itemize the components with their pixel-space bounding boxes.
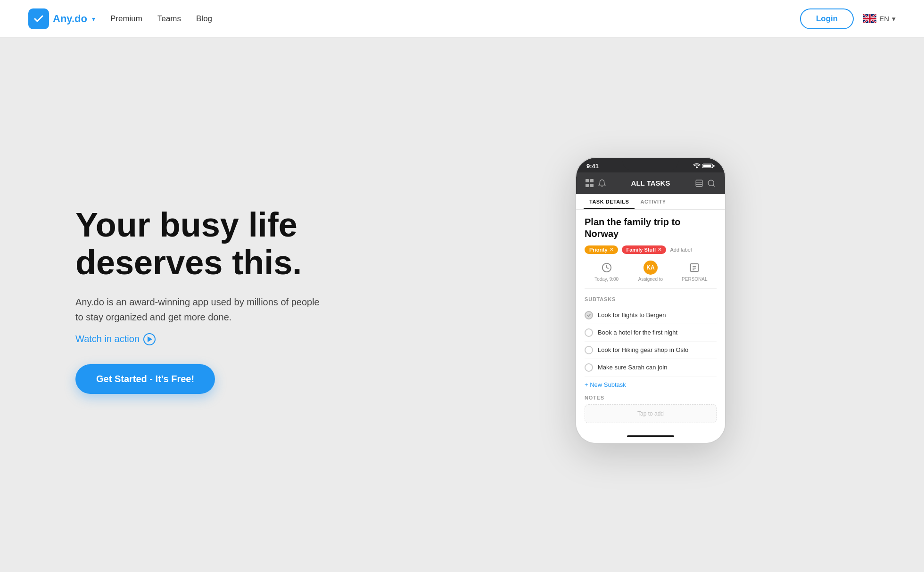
add-label-button[interactable]: Add label [670, 247, 692, 253]
phone-toolbar-title: ALL TASKS [608, 179, 693, 187]
svg-line-12 [713, 185, 714, 186]
notes-heading: NOTES [585, 395, 717, 400]
svg-rect-4 [586, 179, 589, 182]
subtask-item-3: Look for Hiking gear shop in Oslo [585, 342, 717, 359]
phone-tabs: TASK DETAILS ACTIVITY [576, 194, 725, 210]
tab-activity[interactable]: ACTIVITY [635, 194, 671, 209]
meta-list: PERSONAL [673, 261, 717, 282]
subtask-item-1: Look for flights to Bergen [585, 307, 717, 324]
watch-label: Watch in action [75, 334, 140, 344]
logo-icon [28, 8, 49, 29]
hero-title-line1: Your busy life [75, 206, 297, 244]
hero-section: Your busy life deserves this. Any.do is … [0, 38, 924, 572]
hero-phone-mockup: 9:41 ALL TASKS [434, 157, 867, 444]
notes-input[interactable]: Tap to add [585, 404, 717, 423]
subtask-check-2[interactable] [585, 328, 593, 337]
subtask-text-3: Look for Hiking gear shop in Oslo [598, 346, 688, 353]
lang-code: EN [879, 15, 889, 23]
subtask-check-1[interactable] [585, 311, 593, 319]
hero-subtitle: Any.do is an award-winning app used by m… [75, 294, 321, 325]
status-icons [693, 163, 715, 169]
subtask-text-2: Book a hotel for the first night [598, 329, 677, 336]
svg-rect-6 [586, 184, 589, 187]
lang-caret-icon: ▾ [892, 15, 896, 23]
meta-clock-icon [600, 261, 614, 275]
toolbar-search-icon [705, 177, 718, 189]
nav-link-teams[interactable]: Teams [157, 14, 181, 24]
task-meta: Today, 9:00 KA Assigned to PERSONAL [585, 261, 717, 289]
play-circle-icon [143, 333, 156, 345]
new-subtask-button[interactable]: + New Subtask [585, 381, 717, 388]
navbar-right: Login EN ▾ [800, 8, 896, 29]
hero-title-line2: deserves this. [75, 244, 302, 281]
tags-row: Priority ✕ Family Stuff ✕ Add label [585, 245, 717, 254]
svg-rect-7 [590, 184, 594, 187]
phone-frame: 9:41 ALL TASKS [575, 157, 726, 444]
toolbar-bell-icon [596, 177, 608, 189]
subtask-item-2: Book a hotel for the first night [585, 324, 717, 342]
phone-body: Plan the family trip to Norway Priority … [576, 210, 725, 430]
nav-link-blog[interactable]: Blog [196, 14, 212, 24]
meta-assigned: KA Assigned to [628, 261, 672, 282]
meta-list-icon [687, 261, 701, 275]
play-triangle-icon [148, 336, 152, 342]
hero-content: Your busy life deserves this. Any.do is … [75, 206, 396, 393]
status-time: 9:41 [586, 163, 599, 170]
hero-title: Your busy life deserves this. [75, 206, 396, 281]
logo[interactable]: Any.do ▾ [28, 8, 95, 29]
task-title: Plan the family trip to Norway [585, 216, 717, 240]
tag-priority[interactable]: Priority ✕ [585, 245, 618, 254]
subtask-item-4: Make sure Sarah can join [585, 359, 717, 376]
toolbar-layout-icon [693, 177, 705, 189]
nav-link-premium[interactable]: Premium [110, 14, 142, 24]
subtask-check-3[interactable] [585, 346, 593, 354]
phone-notch [622, 158, 679, 170]
toolbar-grid-icon [584, 177, 596, 189]
phone-content: TASK DETAILS ACTIVITY Plan the family tr… [576, 194, 725, 430]
language-selector[interactable]: EN ▾ [863, 14, 896, 23]
watch-in-action-link[interactable]: Watch in action [75, 333, 156, 345]
logo-dropdown-icon[interactable]: ▾ [92, 15, 95, 23]
meta-date-label: Today, 9:00 [594, 277, 619, 282]
svg-rect-5 [590, 179, 594, 182]
home-bar-indicator [627, 435, 674, 437]
navbar: Any.do ▾ Premium Teams Blog Login EN ▾ [0, 0, 924, 38]
svg-rect-8 [696, 180, 702, 187]
uk-flag-icon [863, 14, 876, 23]
svg-rect-3 [713, 165, 715, 167]
tag-family-stuff[interactable]: Family Stuff ✕ [622, 245, 667, 254]
phone-home-bar [576, 430, 725, 443]
phone-toolbar: ALL TASKS [576, 172, 725, 194]
tag-family-label: Family Stuff [627, 247, 656, 253]
meta-date: Today, 9:00 [585, 261, 628, 282]
meta-assigned-label: Assigned to [638, 277, 663, 282]
logo-text: Any.do [53, 13, 87, 25]
subtask-text-1: Look for flights to Bergen [598, 311, 666, 319]
subtask-check-4[interactable] [585, 363, 593, 372]
tag-priority-close-icon[interactable]: ✕ [610, 247, 613, 252]
subtask-text-4: Make sure Sarah can join [598, 364, 667, 371]
tab-task-details[interactable]: TASK DETAILS [584, 194, 635, 209]
svg-rect-2 [703, 165, 711, 167]
svg-point-11 [708, 180, 714, 186]
subtasks-heading: SUBTASKS [585, 296, 717, 302]
meta-list-label: PERSONAL [682, 277, 707, 282]
tag-family-close-icon[interactable]: ✕ [658, 247, 661, 252]
login-button[interactable]: Login [800, 8, 854, 29]
tag-priority-label: Priority [589, 247, 608, 253]
cta-button[interactable]: Get Started - It's Free! [75, 364, 215, 394]
navbar-left: Any.do ▾ Premium Teams Blog [28, 8, 800, 29]
notes-section: NOTES Tap to add [585, 395, 717, 423]
meta-avatar: KA [644, 261, 658, 275]
